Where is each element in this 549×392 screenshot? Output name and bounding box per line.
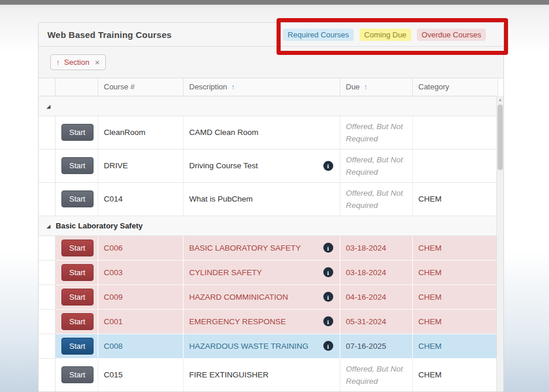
course-row[interactable]: StartC008HAZARDOUS WASTE TRAININGi07-16-… [39,334,498,358]
course-row[interactable]: StartC014What is PubChemOffered, But Not… [39,182,498,216]
course-description: What is PubChem [189,195,253,203]
col-description[interactable]: Description↑ [183,78,340,96]
course-description-cell: HAZARDOUS WASTE TRAININGi [183,334,340,358]
chip-label: Section [64,58,89,67]
row-indent-cell [39,334,55,358]
start-course-button[interactable]: Start [61,190,94,207]
category-cell: CHEM [412,182,498,216]
row-action-cell: Start [55,260,98,285]
legend-overdue-courses[interactable]: Overdue Courses [417,29,486,41]
due-date-cell: 03-18-2024 [340,260,412,285]
course-number-cell: C008 [98,334,183,358]
table-header: Course # Description↑ Due↑ Category [39,78,498,96]
info-icon[interactable]: i [323,243,333,253]
legend-required-courses[interactable]: Required Courses [283,29,354,41]
row-action-cell: Start [55,182,98,216]
start-course-button[interactable]: Start [61,240,94,256]
due-date-cell: Offered, But Not Required [340,116,412,149]
col-course-number-label: Course # [104,82,135,91]
start-course-button[interactable]: Start [61,338,94,355]
category-cell [412,149,498,182]
row-indent-cell [39,358,55,391]
vertical-scrollbar[interactable]: ▲ [496,96,503,392]
course-row[interactable]: StartC001EMERGENCY RESPONSEi05-31-2024CH… [39,309,498,334]
info-icon[interactable]: i [323,161,333,171]
chip-close-icon[interactable]: × [95,59,100,65]
course-description: CYLINDER SAFETY [189,268,263,277]
sort-asc-icon: ↑ [232,83,235,91]
course-description: BASIC LABORATORY SAFETY [189,244,301,252]
group-cell: ◢ [39,96,498,116]
course-description-cell: What is PubChem [183,182,340,216]
start-course-button[interactable]: Start [61,313,94,330]
due-date-cell: 04-16-2024 [340,285,412,309]
category-cell: CHEM [412,285,498,309]
legend-coming-due[interactable]: Coming Due [360,29,411,41]
due-date-cell: Offered, But Not Required [340,182,412,216]
course-row[interactable]: StartC009HAZARD COMMINICATIONi04-16-2024… [39,285,498,309]
legend: Required Courses Coming Due Overdue Cour… [283,29,486,41]
category-cell [412,116,498,149]
due-date-cell: Offered, But Not Required [340,149,412,182]
col-course-number[interactable]: Course # [98,78,183,96]
row-action-cell: Start [55,358,98,391]
course-description-cell: EMERGENCY RESPONSEi [183,309,340,334]
course-table-body: ◢StartCleanRoomCAMD Clean RoomOffered, B… [39,96,498,391]
info-icon[interactable]: i [323,317,333,327]
course-number-cell: DRIVE [98,149,183,182]
col-category[interactable]: Category [412,78,498,96]
course-row[interactable]: StartC003CYLINDER SAFETYi03-18-2024CHEM [39,260,498,285]
scrollbar-up-icon[interactable]: ▲ [497,96,503,103]
collapse-group-icon[interactable]: ◢ [47,104,50,109]
category-cell: CHEM [412,334,498,358]
sort-ascending-icon: ↑ [56,58,60,67]
row-indent-cell [39,260,55,285]
course-description-cell: FIRE EXTINGUISHER [183,358,340,391]
courses-table: Course # Description↑ Due↑ Category ◢Sta… [39,78,498,392]
col-category-label: Category [419,82,450,91]
collapse-group-icon[interactable]: ◢ [47,224,50,229]
course-description: FIRE EXTINGUISHER [189,370,269,379]
col-due-label: Due [346,82,360,91]
start-course-button[interactable]: Start [61,366,94,383]
info-icon[interactable]: i [323,268,333,277]
due-date-cell: 03-18-2024 [340,235,412,260]
course-description: Driving Course Test [189,161,258,170]
course-description-cell: CYLINDER SAFETYi [183,260,340,285]
row-action-cell: Start [55,149,98,182]
start-course-button[interactable]: Start [61,264,94,281]
course-row[interactable]: StartCleanRoomCAMD Clean RoomOffered, Bu… [39,116,498,149]
group-title: Basic Laboratory Safety [56,221,143,230]
category-cell: CHEM [412,235,498,260]
top-bar [0,0,549,5]
due-date-cell: 05-31-2024 [340,309,412,334]
category-cell: CHEM [412,309,498,334]
row-indent-cell [39,182,55,216]
course-description: HAZARD COMMINICATION [189,293,288,301]
col-due[interactable]: Due↑ [340,78,412,96]
due-date-cell: Offered, But Not Required [340,358,412,391]
row-indent-cell [39,285,55,309]
row-action-cell: Start [55,116,98,149]
row-indent-cell [39,309,55,334]
course-row[interactable]: StartC006BASIC LABORATORY SAFETYi03-18-2… [39,235,498,260]
info-icon[interactable]: i [323,292,333,302]
course-row[interactable]: StartC015FIRE EXTINGUISHEROffered, But N… [39,358,498,391]
section-group-chip[interactable]: ↑ Section × [50,54,106,70]
course-number-cell: C015 [98,358,183,391]
start-course-button[interactable]: Start [61,157,94,174]
category-cell: CHEM [412,260,498,285]
col-expand [39,78,55,96]
course-row[interactable]: StartDRIVEDriving Course TestiOffered, B… [39,149,498,182]
course-number-cell: C003 [98,260,183,285]
grouping-toolbar: ↑ Section × [39,47,503,78]
row-action-cell: Start [55,285,98,309]
col-description-label: Description [189,82,227,91]
row-indent-cell [39,235,55,260]
info-icon[interactable]: i [323,341,333,351]
course-description-cell: CAMD Clean Room [183,116,340,149]
start-course-button[interactable]: Start [61,289,94,306]
start-course-button[interactable]: Start [61,124,94,141]
scrollbar-thumb[interactable] [498,105,503,170]
row-action-cell: Start [55,235,98,260]
